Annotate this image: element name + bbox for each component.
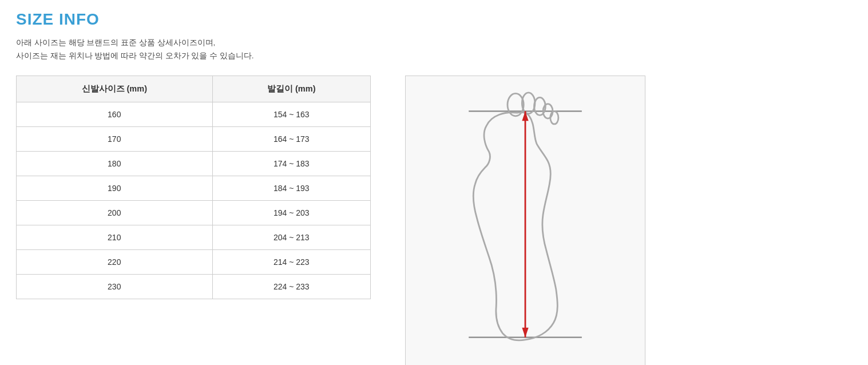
svg-point-6 bbox=[550, 111, 558, 124]
content-area: 신발사이즈 (mm) 발길이 (mm) 160154 ~ 163170164 ~… bbox=[16, 76, 852, 365]
table-row: 170164 ~ 173 bbox=[17, 126, 371, 151]
size-cell: 180 bbox=[17, 151, 213, 176]
size-cell: 170 bbox=[17, 126, 213, 151]
col1-header: 신발사이즈 (mm) bbox=[17, 76, 213, 102]
size-cell: 220 bbox=[17, 249, 213, 274]
size-cell: 160 bbox=[17, 102, 213, 126]
table-row: 160154 ~ 163 bbox=[17, 102, 371, 126]
length-cell: 204 ~ 213 bbox=[212, 225, 370, 249]
length-cell: 174 ~ 183 bbox=[212, 151, 370, 176]
size-cell: 190 bbox=[17, 176, 213, 200]
length-cell: 224 ~ 233 bbox=[212, 274, 370, 299]
foot-diagram bbox=[439, 87, 611, 362]
size-cell: 200 bbox=[17, 200, 213, 225]
table-row: 190184 ~ 193 bbox=[17, 176, 371, 200]
table-row: 180174 ~ 183 bbox=[17, 151, 371, 176]
table-row: 220214 ~ 223 bbox=[17, 249, 371, 274]
svg-marker-9 bbox=[522, 328, 528, 338]
col2-header: 발길이 (mm) bbox=[212, 76, 370, 102]
subtitle: 아래 사이즈는 해당 브랜드의 표준 상품 상세사이즈이며, 사이즈는 재는 위… bbox=[16, 37, 852, 63]
length-cell: 194 ~ 203 bbox=[212, 200, 370, 225]
table-section: 신발사이즈 (mm) 발길이 (mm) 160154 ~ 163170164 ~… bbox=[16, 76, 371, 299]
length-cell: 164 ~ 173 bbox=[212, 126, 370, 151]
size-table: 신발사이즈 (mm) 발길이 (mm) 160154 ~ 163170164 ~… bbox=[16, 76, 371, 299]
table-row: 200194 ~ 203 bbox=[17, 200, 371, 225]
table-row: 230224 ~ 233 bbox=[17, 274, 371, 299]
size-cell: 210 bbox=[17, 225, 213, 249]
length-cell: 154 ~ 163 bbox=[212, 102, 370, 126]
subtitle-line2: 사이즈는 재는 위치나 방법에 따라 약간의 오차가 있을 수 있습니다. bbox=[16, 51, 254, 60]
size-cell: 230 bbox=[17, 274, 213, 299]
page-title: SIZE INFO bbox=[16, 10, 852, 29]
length-cell: 184 ~ 193 bbox=[212, 176, 370, 200]
foot-image-section bbox=[405, 76, 645, 365]
length-cell: 214 ~ 223 bbox=[212, 249, 370, 274]
subtitle-line1: 아래 사이즈는 해당 브랜드의 표준 상품 상세사이즈이며, bbox=[16, 38, 215, 47]
table-row: 210204 ~ 213 bbox=[17, 225, 371, 249]
